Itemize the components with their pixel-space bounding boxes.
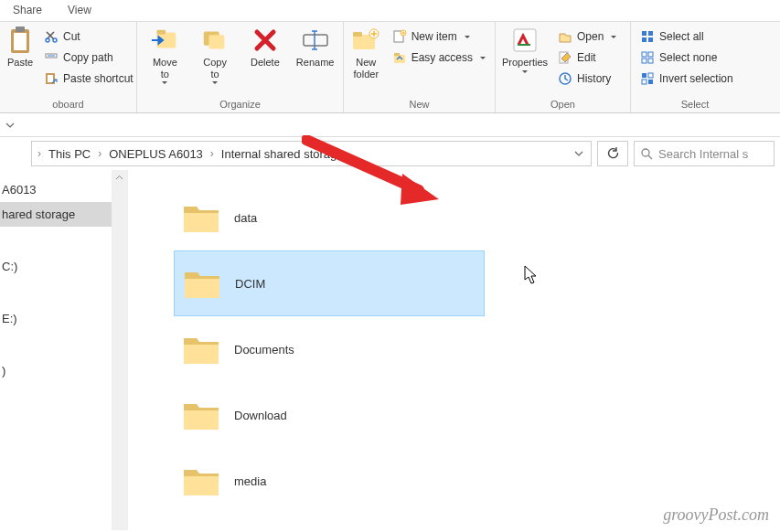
- svg-rect-28: [648, 52, 653, 57]
- svg-rect-33: [642, 80, 646, 84]
- edit-button[interactable]: Edit: [554, 48, 620, 67]
- scissors-icon: [44, 29, 59, 44]
- ribbon-group-open: Properties Open Edit History Open: [496, 22, 631, 112]
- svg-rect-26: [648, 37, 653, 42]
- svg-rect-25: [642, 37, 646, 42]
- invert-selection-label: Invert selection: [659, 72, 733, 85]
- paste-shortcut-button[interactable]: Paste shortcut: [40, 69, 137, 88]
- ribbon-tabs: Share View: [0, 0, 780, 22]
- easy-access-icon: [392, 50, 407, 65]
- copy-path-button[interactable]: Copy path: [40, 48, 137, 67]
- folder-item[interactable]: DCIM: [174, 250, 485, 316]
- svg-rect-24: [648, 31, 653, 36]
- copy-to-label: Copy to: [203, 57, 227, 84]
- ribbon-group-clipboard: Paste Cut Copy path Paste shortcut oboar…: [0, 22, 137, 112]
- new-folder-button[interactable]: New folder: [349, 26, 383, 80]
- sidebar-item[interactable]: C:): [0, 254, 127, 279]
- folder-name: Documents: [234, 343, 294, 356]
- chevron-down-icon[interactable]: [5, 121, 15, 130]
- breadcrumb-item[interactable]: Internal shared storage: [218, 145, 347, 163]
- folder-icon: [181, 333, 221, 366]
- folder-item[interactable]: Download: [174, 382, 485, 448]
- open-button[interactable]: Open: [554, 27, 620, 46]
- select-none-label: Select none: [659, 51, 717, 64]
- sidebar-item[interactable]: hared storage: [0, 202, 127, 227]
- folder-name: Download: [234, 409, 287, 422]
- ribbon-group-organize: Move to Copy to Delete Rename Organize: [137, 22, 344, 112]
- select-none-button[interactable]: Select none: [636, 48, 737, 67]
- svg-point-4: [53, 38, 57, 42]
- tab-share[interactable]: Share: [0, 0, 55, 21]
- ribbon-group-new: New folder New item Easy access New: [344, 22, 496, 112]
- folder-item[interactable]: mipush: [174, 514, 485, 532]
- copy-path-label: Copy path: [63, 51, 113, 64]
- search-input[interactable]: Search Internal s: [634, 141, 775, 166]
- open-label: Open: [577, 30, 604, 43]
- folder-name: data: [234, 211, 257, 225]
- svg-rect-7: [48, 75, 53, 82]
- folder-item[interactable]: data: [174, 185, 485, 250]
- sidebar-item[interactable]: E:): [0, 306, 127, 331]
- folder-content-area[interactable]: dataDCIMDocumentsDownloadmediamipushMovi…: [128, 170, 780, 530]
- svg-rect-27: [642, 52, 646, 57]
- folder-icon: [181, 464, 221, 497]
- refresh-button[interactable]: [597, 141, 628, 166]
- scroll-up-icon[interactable]: [112, 170, 127, 186]
- search-placeholder: Search Internal s: [658, 147, 748, 161]
- breadcrumb-item[interactable]: ONEPLUS A6013: [105, 145, 207, 163]
- sidebar-item[interactable]: A6013: [0, 177, 127, 202]
- quick-access-bar: [0, 113, 780, 137]
- invert-selection-icon: [640, 71, 655, 86]
- paste-button[interactable]: Paste: [5, 26, 35, 69]
- folder-name: DCIM: [235, 277, 265, 291]
- history-button[interactable]: History: [554, 69, 620, 88]
- select-all-button[interactable]: Select all: [636, 27, 737, 46]
- breadcrumb-dropdown[interactable]: [571, 145, 587, 162]
- svg-rect-11: [209, 35, 225, 48]
- svg-point-35: [642, 149, 649, 156]
- new-item-label: New item: [411, 30, 457, 43]
- select-all-label: Select all: [659, 30, 704, 43]
- new-folder-icon: [351, 26, 380, 55]
- chevron-right-icon[interactable]: ›: [96, 147, 103, 160]
- new-item-button[interactable]: New item: [389, 27, 489, 46]
- folder-name: media: [234, 474, 266, 488]
- cut-button[interactable]: Cut: [40, 27, 137, 46]
- rename-button[interactable]: Rename: [293, 26, 337, 69]
- breadcrumb[interactable]: › This PC › ONEPLUS A6013 › Internal sha…: [31, 141, 592, 166]
- clipboard-group-label: oboard: [5, 99, 131, 112]
- new-folder-label: New folder: [354, 57, 379, 80]
- chevron-right-icon[interactable]: ›: [36, 147, 43, 160]
- folder-item[interactable]: media: [174, 448, 485, 514]
- delete-label: Delete: [251, 57, 280, 69]
- sidebar-item[interactable]: ): [0, 358, 127, 383]
- svg-rect-29: [642, 59, 646, 63]
- search-icon: [640, 147, 653, 160]
- folder-icon: [181, 201, 221, 234]
- clipboard-icon: [5, 26, 35, 55]
- paste-shortcut-icon: [44, 71, 59, 86]
- svg-rect-23: [642, 31, 646, 36]
- folder-item[interactable]: Documents: [174, 316, 485, 382]
- main-body: A6013hared storageC:)E:)) dataDCIMDocume…: [0, 170, 780, 530]
- open-icon: [558, 29, 572, 44]
- properties-label: Properties: [502, 57, 548, 73]
- paste-shortcut-label: Paste shortcut: [63, 72, 134, 85]
- select-all-icon: [640, 29, 655, 44]
- folder-icon: [182, 267, 222, 300]
- easy-access-button[interactable]: Easy access: [389, 48, 489, 67]
- svg-rect-34: [648, 80, 653, 84]
- svg-rect-9: [157, 30, 166, 35]
- tab-view[interactable]: View: [55, 0, 104, 21]
- move-to-button[interactable]: Move to: [143, 26, 187, 84]
- properties-button[interactable]: Properties: [501, 26, 549, 73]
- ribbon: Paste Cut Copy path Paste shortcut oboar…: [0, 22, 780, 113]
- breadcrumb-item[interactable]: This PC: [45, 145, 94, 163]
- chevron-right-icon[interactable]: ›: [208, 147, 216, 160]
- delete-button[interactable]: Delete: [243, 26, 288, 69]
- invert-selection-button[interactable]: Invert selection: [636, 69, 737, 88]
- copy-to-button[interactable]: Copy to: [193, 26, 238, 84]
- sidebar-scrollbar[interactable]: [112, 170, 127, 530]
- svg-rect-2: [16, 27, 25, 32]
- folder-icon: [181, 399, 221, 431]
